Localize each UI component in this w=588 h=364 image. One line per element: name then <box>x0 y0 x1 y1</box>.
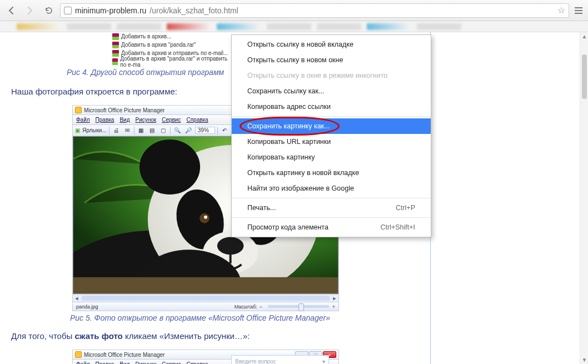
address-bar[interactable]: minimum-problem.ru/urok/kak_szhat_foto.h… <box>60 3 569 18</box>
menu-item-shortcut: Ctrl+Shift+I <box>380 223 415 231</box>
bookmark-item[interactable] <box>417 23 461 30</box>
window-title: Microsoft Office Picture Manager <box>84 107 165 113</box>
ctx-item-label: Добавить в архив "panda.rar" и отправить… <box>120 56 231 68</box>
horizontal-scrollbar: ◄► <box>72 295 339 302</box>
toolbar-icon: 🔍 <box>173 126 182 135</box>
dropdown-arrow-icon: ▾ <box>322 358 325 365</box>
text: кликаем «Изменить рисунки…»: <box>123 331 250 341</box>
menu-item-shortcut: Ctrl+P <box>396 204 415 212</box>
menu-tools: Сервис <box>162 361 181 364</box>
bookmark-item[interactable] <box>17 23 61 30</box>
scroll-up-arrow[interactable]: ▲ <box>580 32 588 41</box>
context-menu-item: Открыть ссылку в окне в режиме инкогнито <box>232 68 431 83</box>
bookmark-item[interactable] <box>267 23 311 30</box>
reload-button[interactable] <box>41 3 57 18</box>
highlight-oval <box>240 117 340 136</box>
context-menu-item[interactable]: Открыть ссылку в новом окне <box>232 52 431 68</box>
menu-file: Файл <box>76 361 90 364</box>
bookmark-star-icon[interactable]: ☆ <box>557 5 565 16</box>
bookmark-item[interactable] <box>367 23 411 30</box>
zoom-slider <box>268 305 329 308</box>
context-menu-item[interactable]: Открыть ссылку в новой вкладке <box>232 37 431 52</box>
scroll-down-arrow[interactable]: ▼ <box>580 356 588 364</box>
placeholder-text: Введите вопрос <box>235 358 276 365</box>
embedded-windows-context-menu: Добавить в архив... Добавить в архив "pa… <box>110 32 231 66</box>
menu-separator <box>232 217 431 218</box>
menu-item-label: Найти это изображение в Google <box>247 185 354 192</box>
archive-icon <box>112 50 119 57</box>
menu-help: Справка <box>186 117 208 123</box>
menu-picture: Рисунок <box>135 361 156 364</box>
menu-separator <box>232 116 431 117</box>
context-menu-item[interactable]: Просмотр кода элементаCtrl+Shift+I <box>232 220 431 235</box>
menu-edit: Правка <box>96 361 114 364</box>
toolbar-icon: ▢ <box>159 126 168 135</box>
menu-separator <box>232 198 431 198</box>
menu-picture: Рисунок <box>135 117 156 123</box>
status-filename: panda.jpg <box>76 304 98 310</box>
bookmark-item[interactable] <box>67 23 111 30</box>
menu-item-label: Просмотр кода элемента <box>247 223 328 231</box>
figure-caption-5: Рис 5. Фото открытое в программе «Micros… <box>44 313 356 322</box>
context-menu-item[interactable]: Печать...Ctrl+P <box>232 200 431 216</box>
context-menu-item[interactable]: Копировать картинку <box>232 149 431 165</box>
context-menu-item[interactable]: Открыть картинку в новой вкладке <box>232 165 431 181</box>
menu-view: Вид <box>119 361 129 364</box>
archive-icon <box>112 42 119 48</box>
bookmark-item[interactable] <box>317 23 361 30</box>
shortcuts-label: Ярлыки... <box>82 127 107 133</box>
toolbar-icon: ▤ <box>148 126 157 135</box>
browser-toolbar: minimum-problem.ru/urok/kak_szhat_foto.h… <box>0 0 588 21</box>
toolbar-icon: ▦ <box>137 126 146 135</box>
list-item: Добавить в архив "panda.rar" и отправить… <box>110 57 231 66</box>
chrome-menu-button[interactable] <box>572 3 585 18</box>
text: Для того, чтобы <box>11 331 74 341</box>
archive-icon <box>112 33 119 40</box>
forward-button[interactable] <box>22 3 38 18</box>
status-bar: panda.jpg Масштаб: – + <box>72 302 339 311</box>
list-item: Добавить в архив... <box>110 32 231 41</box>
app-icon <box>75 107 82 113</box>
svg-point-9 <box>204 216 207 219</box>
context-menu-item[interactable]: Копировать URL картинки <box>232 134 431 149</box>
bookmarks-bar <box>0 21 588 32</box>
zoom-value: 39% <box>195 127 215 134</box>
menu-item-label: Сохранить ссылку как... <box>247 87 324 95</box>
text-bold: сжать фото <box>74 331 122 341</box>
scrollbar-thumb[interactable] <box>582 54 587 99</box>
ctx-item-label: Добавить в архив "panda.rar" <box>121 42 196 48</box>
help-search-box: Введите вопрос ▾ <box>231 355 329 364</box>
menu-item-label: Копировать картинку <box>247 153 315 161</box>
menu-item-label: Копировать URL картинки <box>247 138 331 146</box>
page-scrollbar[interactable]: ▲ ▼ <box>580 32 588 364</box>
menu-item-label: Печать... <box>247 204 276 212</box>
page-content: Добавить в архив... Добавить в архив "pa… <box>0 32 580 364</box>
menu-item-label: Открыть ссылку в новом окне <box>247 56 343 64</box>
url-host: minimum-problem.ru <box>75 6 146 15</box>
context-menu-item[interactable]: Сохранить картинку как... <box>232 118 431 134</box>
menu-file: Файл <box>76 117 90 123</box>
context-menu-item[interactable]: Найти это изображение в Google <box>232 181 431 196</box>
menu-item-label: Открыть ссылку в окне в режиме инкогнито <box>247 72 387 79</box>
menu-help: Справка <box>186 361 208 364</box>
paragraph: Для того, чтобы сжать фото кликаем «Изме… <box>11 331 569 341</box>
embedded-picture-manager-window-2: Microsoft Office Picture Manager – □ × Ф… <box>72 350 339 364</box>
ctx-item-label: Добавить в архив... <box>121 33 171 39</box>
context-menu-item[interactable]: Копировать адрес ссылки <box>232 99 431 114</box>
menu-edit: Правка <box>96 117 114 123</box>
page-icon <box>64 7 72 14</box>
bookmark-item[interactable] <box>217 23 261 30</box>
window-title: Microsoft Office Picture Manager <box>84 352 165 358</box>
back-button[interactable] <box>3 3 19 18</box>
menu-item-label: Копировать адрес ссылки <box>247 103 331 111</box>
url-path: /urok/kak_szhat_foto.html <box>150 6 238 15</box>
viewport: Добавить в архив... Добавить в архив "pa… <box>0 32 588 364</box>
menu-view: Вид <box>119 117 129 123</box>
toolbar-icon: 🔎 <box>184 126 193 135</box>
bookmark-item[interactable] <box>117 23 161 30</box>
context-menu-item[interactable]: Сохранить ссылку как... <box>232 83 431 99</box>
app-icon <box>75 351 82 358</box>
bookmark-item[interactable] <box>167 23 211 30</box>
status-scale-label: Масштаб: <box>235 304 257 310</box>
browser-context-menu[interactable]: Открыть ссылку в новой вкладкеОткрыть сс… <box>231 34 431 237</box>
